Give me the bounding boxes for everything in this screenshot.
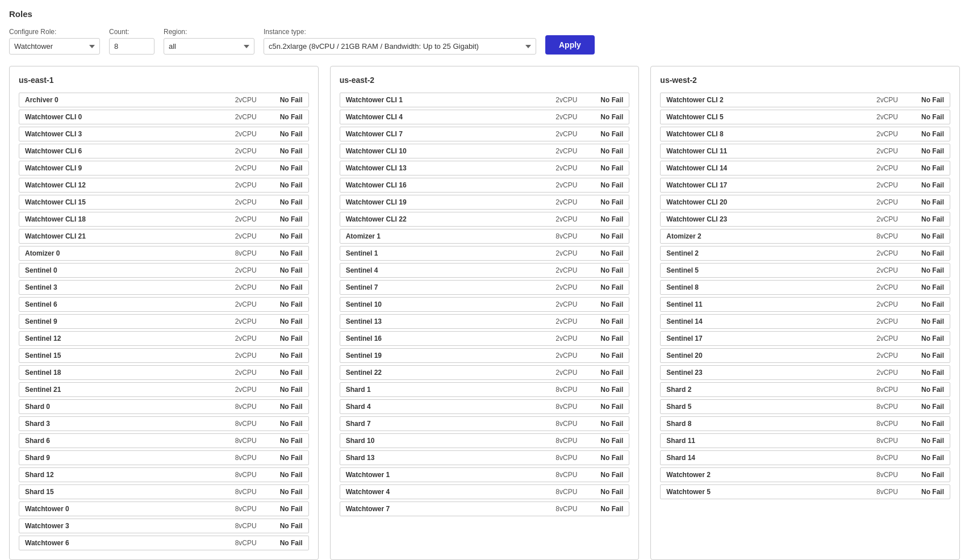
instance-cpu: 8vCPU	[549, 471, 583, 479]
instance-name: Watchtower CLI 10	[346, 147, 550, 155]
instance-cpu: 2vCPU	[549, 300, 583, 308]
instance-row[interactable]: Watchtower CLI 222vCPUNo Fail	[340, 212, 630, 227]
instance-row[interactable]: Watchtower CLI 202vCPUNo Fail	[660, 195, 950, 210]
instance-row[interactable]: Watchtower CLI 212vCPUNo Fail	[19, 229, 309, 244]
instance-cpu: 2vCPU	[229, 181, 263, 189]
instance-row[interactable]: Atomizer 18vCPUNo Fail	[340, 229, 630, 244]
instance-name: Sentinel 5	[666, 266, 870, 274]
instance-name: Watchtower CLI 1	[346, 96, 550, 104]
instance-row[interactable]: Watchtower CLI 12vCPUNo Fail	[340, 93, 630, 107]
instance-row[interactable]: Watchtower CLI 72vCPUNo Fail	[340, 127, 630, 141]
instance-row[interactable]: Watchtower CLI 122vCPUNo Fail	[19, 178, 309, 193]
instance-row[interactable]: Watchtower CLI 232vCPUNo Fail	[660, 212, 950, 227]
instance-row[interactable]: Shard 78vCPUNo Fail	[340, 416, 630, 431]
controls-row: Configure Role: WatchtowerArchiverSentin…	[9, 28, 960, 55]
instance-row[interactable]: Shard 98vCPUNo Fail	[19, 450, 309, 465]
instance-cpu: 2vCPU	[549, 335, 583, 342]
instance-row[interactable]: Sentinel 222vCPUNo Fail	[340, 365, 630, 380]
instance-name: Watchtower CLI 14	[666, 164, 870, 172]
instance-cpu: 2vCPU	[549, 147, 583, 155]
instance-row[interactable]: Watchtower 68vCPUNo Fail	[19, 536, 309, 550]
instance-row[interactable]: Sentinel 232vCPUNo Fail	[660, 365, 950, 380]
instance-row[interactable]: Sentinel 82vCPUNo Fail	[660, 280, 950, 295]
instance-row[interactable]: Sentinel 22vCPUNo Fail	[660, 246, 950, 261]
instance-row[interactable]: Watchtower CLI 32vCPUNo Fail	[19, 127, 309, 141]
instance-name: Watchtower 5	[666, 488, 870, 496]
instance-row[interactable]: Sentinel 102vCPUNo Fail	[340, 297, 630, 312]
instance-row[interactable]: Watchtower 48vCPUNo Fail	[340, 484, 630, 499]
instance-row[interactable]: Sentinel 122vCPUNo Fail	[19, 331, 309, 346]
instance-row[interactable]: Watchtower CLI 52vCPUNo Fail	[660, 110, 950, 124]
instance-row[interactable]: Shard 118vCPUNo Fail	[660, 433, 950, 448]
instance-row[interactable]: Sentinel 52vCPUNo Fail	[660, 263, 950, 278]
configure-role-select[interactable]: WatchtowerArchiverSentinelAtomizerShard	[9, 38, 100, 55]
instance-row[interactable]: Shard 158vCPUNo Fail	[19, 484, 309, 499]
instance-row[interactable]: Watchtower 78vCPUNo Fail	[340, 502, 630, 516]
instance-row[interactable]: Sentinel 142vCPUNo Fail	[660, 314, 950, 329]
instance-row[interactable]: Atomizer 08vCPUNo Fail	[19, 246, 309, 261]
instance-row[interactable]: Sentinel 62vCPUNo Fail	[19, 297, 309, 312]
instance-row[interactable]: Sentinel 12vCPUNo Fail	[340, 246, 630, 261]
instance-name: Sentinel 4	[346, 266, 550, 274]
instance-row[interactable]: Watchtower CLI 92vCPUNo Fail	[19, 161, 309, 175]
instance-row[interactable]: Sentinel 182vCPUNo Fail	[19, 365, 309, 380]
instance-row[interactable]: Shard 58vCPUNo Fail	[660, 399, 950, 414]
instance-name: Sentinel 14	[666, 317, 870, 325]
region-select[interactable]: allus-east-1us-east-2us-west-2	[164, 38, 254, 55]
instance-row[interactable]: Watchtower CLI 192vCPUNo Fail	[340, 195, 630, 210]
instance-row[interactable]: Watchtower 58vCPUNo Fail	[660, 484, 950, 499]
instance-row[interactable]: Archiver 02vCPUNo Fail	[19, 93, 309, 107]
instance-row[interactable]: Sentinel 42vCPUNo Fail	[340, 263, 630, 278]
instance-row[interactable]: Sentinel 72vCPUNo Fail	[340, 280, 630, 295]
count-input[interactable]	[109, 38, 154, 55]
instance-row[interactable]: Watchtower CLI 62vCPUNo Fail	[19, 144, 309, 158]
instance-row[interactable]: Sentinel 132vCPUNo Fail	[340, 314, 630, 329]
instance-row[interactable]: Shard 38vCPUNo Fail	[19, 416, 309, 431]
instance-row[interactable]: Sentinel 32vCPUNo Fail	[19, 280, 309, 295]
instance-cpu: 2vCPU	[229, 232, 263, 240]
configure-role-group: Configure Role: WatchtowerArchiverSentin…	[9, 28, 100, 55]
instance-row[interactable]: Watchtower 28vCPUNo Fail	[660, 467, 950, 482]
instance-row[interactable]: Sentinel 02vCPUNo Fail	[19, 263, 309, 278]
instance-row[interactable]: Watchtower CLI 102vCPUNo Fail	[340, 144, 630, 158]
instance-status: No Fail	[904, 198, 944, 206]
instance-row[interactable]: Shard 28vCPUNo Fail	[660, 382, 950, 397]
instance-row[interactable]: Shard 128vCPUNo Fail	[19, 467, 309, 482]
instance-row[interactable]: Sentinel 162vCPUNo Fail	[340, 331, 630, 346]
instance-row[interactable]: Sentinel 172vCPUNo Fail	[660, 331, 950, 346]
instance-row[interactable]: Sentinel 192vCPUNo Fail	[340, 348, 630, 363]
instance-row[interactable]: Atomizer 28vCPUNo Fail	[660, 229, 950, 244]
instance-row[interactable]: Watchtower CLI 42vCPUNo Fail	[340, 110, 630, 124]
instance-row[interactable]: Shard 48vCPUNo Fail	[340, 399, 630, 414]
instance-row[interactable]: Watchtower 38vCPUNo Fail	[19, 519, 309, 533]
instance-name: Sentinel 9	[25, 317, 229, 325]
instance-row[interactable]: Watchtower CLI 82vCPUNo Fail	[660, 127, 950, 141]
instance-status: No Fail	[583, 113, 623, 121]
instance-row[interactable]: Shard 88vCPUNo Fail	[660, 416, 950, 431]
instance-row[interactable]: Watchtower CLI 152vCPUNo Fail	[19, 195, 309, 210]
apply-button[interactable]: Apply	[545, 35, 595, 55]
instance-row[interactable]: Sentinel 92vCPUNo Fail	[19, 314, 309, 329]
instance-cpu: 2vCPU	[870, 147, 904, 155]
instance-row[interactable]: Watchtower CLI 112vCPUNo Fail	[660, 144, 950, 158]
instance-row[interactable]: Sentinel 212vCPUNo Fail	[19, 382, 309, 397]
instance-row[interactable]: Watchtower CLI 02vCPUNo Fail	[19, 110, 309, 124]
instance-row[interactable]: Sentinel 202vCPUNo Fail	[660, 348, 950, 363]
instance-row[interactable]: Watchtower CLI 182vCPUNo Fail	[19, 212, 309, 227]
instance-row[interactable]: Watchtower 18vCPUNo Fail	[340, 467, 630, 482]
instance-row[interactable]: Watchtower CLI 132vCPUNo Fail	[340, 161, 630, 175]
instance-row[interactable]: Shard 18vCPUNo Fail	[340, 382, 630, 397]
instance-row[interactable]: Shard 148vCPUNo Fail	[660, 450, 950, 465]
instance-row[interactable]: Watchtower 08vCPUNo Fail	[19, 502, 309, 516]
instance-row[interactable]: Shard 138vCPUNo Fail	[340, 450, 630, 465]
instance-row[interactable]: Sentinel 112vCPUNo Fail	[660, 297, 950, 312]
instance-row[interactable]: Shard 108vCPUNo Fail	[340, 433, 630, 448]
instance-row[interactable]: Sentinel 152vCPUNo Fail	[19, 348, 309, 363]
instance-row[interactable]: Watchtower CLI 22vCPUNo Fail	[660, 93, 950, 107]
instance-row[interactable]: Watchtower CLI 162vCPUNo Fail	[340, 178, 630, 193]
instance-row[interactable]: Watchtower CLI 142vCPUNo Fail	[660, 161, 950, 175]
instance-row[interactable]: Watchtower CLI 172vCPUNo Fail	[660, 178, 950, 193]
instance-row[interactable]: Shard 08vCPUNo Fail	[19, 399, 309, 414]
instance-type-select[interactable]: c5n.2xlarge (8vCPU / 21GB RAM / Bandwidt…	[264, 38, 536, 55]
instance-row[interactable]: Shard 68vCPUNo Fail	[19, 433, 309, 448]
